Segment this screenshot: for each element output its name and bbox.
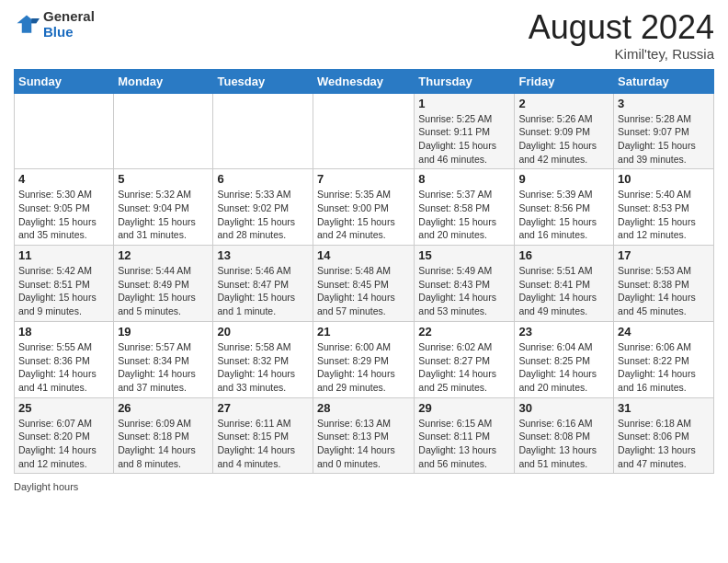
day-number: 16 — [518, 248, 609, 262]
svg-marker-1 — [31, 18, 40, 23]
day-detail: Sunrise: 5:26 AMSunset: 9:09 PMDaylight:… — [518, 112, 609, 167]
day-cell: 21Sunrise: 6:00 AMSunset: 8:29 PMDayligh… — [313, 321, 415, 397]
day-cell — [15, 93, 114, 169]
day-header-monday: Monday — [114, 69, 213, 93]
day-detail: Sunrise: 5:49 AMSunset: 8:43 PMDaylight:… — [418, 264, 510, 318]
week-row-4: 18Sunrise: 5:55 AMSunset: 8:36 PMDayligh… — [15, 321, 714, 397]
day-cell: 27Sunrise: 6:11 AMSunset: 8:15 PMDayligh… — [213, 397, 313, 474]
day-detail: Sunrise: 5:48 AMSunset: 8:45 PMDaylight:… — [317, 264, 410, 318]
day-number: 12 — [118, 248, 209, 262]
week-row-5: 25Sunrise: 6:07 AMSunset: 8:20 PMDayligh… — [15, 397, 714, 474]
day-number: 22 — [418, 325, 510, 339]
day-cell: 17Sunrise: 5:53 AMSunset: 8:38 PMDayligh… — [614, 246, 714, 322]
day-cell: 15Sunrise: 5:49 AMSunset: 8:43 PMDayligh… — [415, 246, 515, 322]
day-cell: 6Sunrise: 5:33 AMSunset: 9:02 PMDaylight… — [213, 169, 313, 246]
day-detail: Sunrise: 5:53 AMSunset: 8:38 PMDaylight:… — [618, 264, 710, 318]
day-cell: 5Sunrise: 5:32 AMSunset: 9:04 PMDaylight… — [114, 169, 213, 246]
days-header-row: SundayMondayTuesdayWednesdayThursdayFrid… — [15, 69, 714, 93]
day-number: 27 — [217, 401, 309, 415]
logo: General Blue — [14, 9, 95, 40]
day-detail: Sunrise: 5:35 AMSunset: 9:00 PMDaylight:… — [317, 188, 410, 242]
day-detail: Sunrise: 5:40 AMSunset: 8:53 PMDaylight:… — [618, 188, 710, 242]
day-number: 31 — [618, 401, 710, 415]
day-cell: 30Sunrise: 6:16 AMSunset: 8:08 PMDayligh… — [515, 397, 614, 474]
day-number: 23 — [518, 325, 609, 339]
header: General Blue August 2024 Kimil'tey, Russ… — [14, 9, 714, 62]
day-number: 19 — [118, 325, 209, 339]
day-cell: 4Sunrise: 5:30 AMSunset: 9:05 PMDaylight… — [15, 169, 114, 246]
day-cell: 12Sunrise: 5:44 AMSunset: 8:49 PMDayligh… — [114, 246, 213, 322]
day-number: 21 — [317, 325, 410, 339]
day-cell: 23Sunrise: 6:04 AMSunset: 8:25 PMDayligh… — [515, 321, 614, 397]
day-detail: Sunrise: 6:09 AMSunset: 8:18 PMDaylight:… — [118, 417, 209, 471]
day-detail: Sunrise: 5:58 AMSunset: 8:32 PMDaylight:… — [217, 340, 309, 395]
day-cell: 19Sunrise: 5:57 AMSunset: 8:34 PMDayligh… — [114, 321, 213, 397]
logo-icon — [14, 12, 40, 38]
day-number: 28 — [317, 401, 410, 415]
day-cell: 11Sunrise: 5:42 AMSunset: 8:51 PMDayligh… — [15, 246, 114, 322]
week-row-1: 1Sunrise: 5:25 AMSunset: 9:11 PMDaylight… — [15, 93, 714, 169]
title-block: August 2024 Kimil'tey, Russia — [529, 9, 714, 62]
day-detail: Sunrise: 6:02 AMSunset: 8:27 PMDaylight:… — [418, 340, 510, 395]
day-cell: 25Sunrise: 6:07 AMSunset: 8:20 PMDayligh… — [15, 397, 114, 474]
day-detail: Sunrise: 5:51 AMSunset: 8:41 PMDaylight:… — [518, 264, 609, 318]
day-detail: Sunrise: 5:39 AMSunset: 8:56 PMDaylight:… — [518, 188, 609, 242]
day-cell: 22Sunrise: 6:02 AMSunset: 8:27 PMDayligh… — [415, 321, 515, 397]
day-number: 9 — [518, 172, 609, 186]
day-number: 25 — [18, 401, 109, 415]
day-cell: 20Sunrise: 5:58 AMSunset: 8:32 PMDayligh… — [213, 321, 313, 397]
day-number: 24 — [618, 325, 710, 339]
logo-blue: Blue — [43, 25, 95, 40]
week-row-3: 11Sunrise: 5:42 AMSunset: 8:51 PMDayligh… — [15, 246, 714, 322]
day-detail: Sunrise: 5:37 AMSunset: 8:58 PMDaylight:… — [418, 188, 510, 242]
day-detail: Sunrise: 6:16 AMSunset: 8:08 PMDaylight:… — [518, 417, 609, 471]
day-cell — [213, 93, 313, 169]
day-number: 17 — [618, 248, 710, 262]
day-detail: Sunrise: 6:18 AMSunset: 8:06 PMDaylight:… — [618, 417, 710, 471]
day-cell: 14Sunrise: 5:48 AMSunset: 8:45 PMDayligh… — [313, 246, 415, 322]
day-cell — [313, 93, 415, 169]
calendar-header: SundayMondayTuesdayWednesdayThursdayFrid… — [15, 69, 714, 93]
day-cell: 29Sunrise: 6:15 AMSunset: 8:11 PMDayligh… — [415, 397, 515, 474]
logo-general: General — [43, 9, 95, 25]
footer: Daylight hours — [14, 481, 714, 492]
week-row-2: 4Sunrise: 5:30 AMSunset: 9:05 PMDaylight… — [15, 169, 714, 246]
day-detail: Sunrise: 5:42 AMSunset: 8:51 PMDaylight:… — [18, 264, 109, 318]
day-cell: 9Sunrise: 5:39 AMSunset: 8:56 PMDaylight… — [515, 169, 614, 246]
day-cell: 1Sunrise: 5:25 AMSunset: 9:11 PMDaylight… — [415, 93, 515, 169]
day-detail: Sunrise: 6:15 AMSunset: 8:11 PMDaylight:… — [418, 417, 510, 471]
day-number: 18 — [18, 325, 109, 339]
day-detail: Sunrise: 6:06 AMSunset: 8:22 PMDaylight:… — [618, 340, 710, 395]
day-cell: 24Sunrise: 6:06 AMSunset: 8:22 PMDayligh… — [614, 321, 714, 397]
day-number: 6 — [217, 172, 309, 186]
day-cell: 3Sunrise: 5:28 AMSunset: 9:07 PMDaylight… — [614, 93, 714, 169]
logo-text: General Blue — [43, 9, 95, 40]
day-cell: 16Sunrise: 5:51 AMSunset: 8:41 PMDayligh… — [515, 246, 614, 322]
day-number: 13 — [217, 248, 309, 262]
day-header-sunday: Sunday — [15, 69, 114, 93]
day-detail: Sunrise: 5:32 AMSunset: 9:04 PMDaylight:… — [118, 188, 209, 242]
day-detail: Sunrise: 5:28 AMSunset: 9:07 PMDaylight:… — [618, 112, 710, 167]
day-cell: 18Sunrise: 5:55 AMSunset: 8:36 PMDayligh… — [15, 321, 114, 397]
day-number: 5 — [118, 172, 209, 186]
day-detail: Sunrise: 5:33 AMSunset: 9:02 PMDaylight:… — [217, 188, 309, 242]
calendar-body: 1Sunrise: 5:25 AMSunset: 9:11 PMDaylight… — [15, 93, 714, 474]
day-detail: Sunrise: 5:46 AMSunset: 8:47 PMDaylight:… — [217, 264, 309, 318]
day-number: 30 — [518, 401, 609, 415]
day-cell: 28Sunrise: 6:13 AMSunset: 8:13 PMDayligh… — [313, 397, 415, 474]
day-detail: Sunrise: 6:07 AMSunset: 8:20 PMDaylight:… — [18, 417, 109, 471]
day-detail: Sunrise: 6:00 AMSunset: 8:29 PMDaylight:… — [317, 340, 410, 395]
day-detail: Sunrise: 5:44 AMSunset: 8:49 PMDaylight:… — [118, 264, 209, 318]
day-detail: Sunrise: 5:30 AMSunset: 9:05 PMDaylight:… — [18, 188, 109, 242]
day-detail: Sunrise: 6:13 AMSunset: 8:13 PMDaylight:… — [317, 417, 410, 471]
day-number: 8 — [418, 172, 510, 186]
day-detail: Sunrise: 6:11 AMSunset: 8:15 PMDaylight:… — [217, 417, 309, 471]
daylight-label: Daylight hours — [14, 481, 78, 492]
day-detail: Sunrise: 5:57 AMSunset: 8:34 PMDaylight:… — [118, 340, 209, 395]
day-header-thursday: Thursday — [415, 69, 515, 93]
calendar-table: SundayMondayTuesdayWednesdayThursdayFrid… — [14, 69, 714, 475]
day-cell: 7Sunrise: 5:35 AMSunset: 9:00 PMDaylight… — [313, 169, 415, 246]
page: General Blue August 2024 Kimil'tey, Russ… — [0, 0, 728, 563]
day-number: 26 — [118, 401, 209, 415]
day-number: 2 — [518, 97, 609, 110]
